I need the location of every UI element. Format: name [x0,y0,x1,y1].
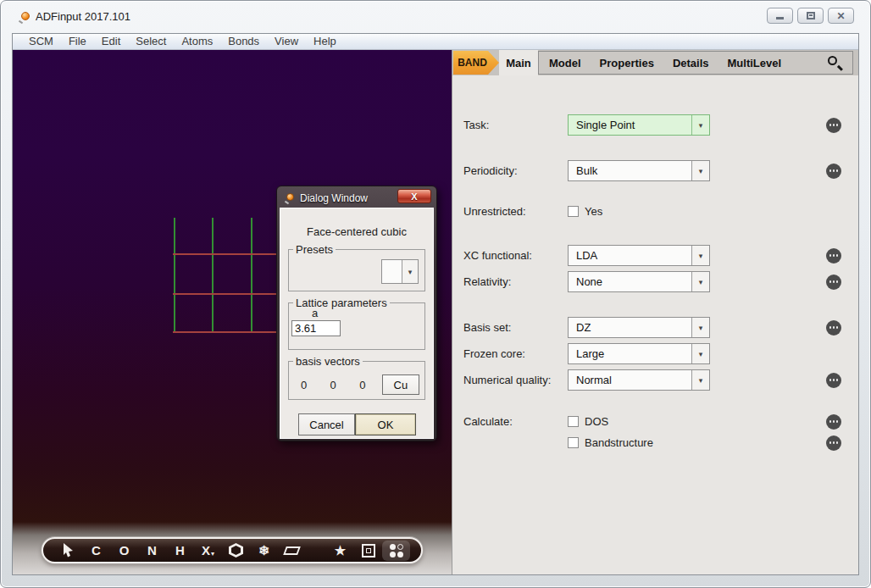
unrestricted-yes-label: Yes [585,205,602,218]
lattice-hline [173,293,286,295]
param-a-input[interactable] [291,320,341,336]
tab-model[interactable]: Model [549,57,581,69]
chevron-down-icon: ▾ [691,115,709,135]
title-bar[interactable]: ADFinput 2017.101 ✕ [1,1,870,33]
panel-body: Task: Single Point ▾ Periodicity: Bulk ▾ [452,75,858,574]
task-dropdown[interactable]: Single Point ▾ [568,114,710,136]
tab-multilevel[interactable]: MultiLevel [728,57,782,69]
dots-tool[interactable] [382,541,410,561]
crystal-tool[interactable]: ❄ [250,541,278,561]
bandstructure-checkbox[interactable] [568,437,579,448]
xc-functional-details-button[interactable] [826,248,841,263]
basis-set-dropdown[interactable]: DZ ▾ [568,317,710,338]
lattice-vline [212,218,214,333]
tab-group: Model Properties Details MultiLevel [538,51,853,75]
frozen-core-dropdown[interactable]: Large ▾ [568,343,710,364]
row-frozen-core: Frozen core: Large ▾ [452,343,858,364]
menu-atoms[interactable]: Atoms [174,34,220,49]
dos-checkbox[interactable] [568,416,579,427]
periodicity-details-button[interactable] [826,164,841,179]
pointer-tool[interactable] [54,541,82,561]
relativity-dropdown[interactable]: None ▾ [568,271,710,292]
tab-details[interactable]: Details [673,57,709,69]
ring-tool[interactable] [222,541,250,561]
dialog-buttons: Cancel OK [288,413,425,435]
xc-functional-value: LDA [569,246,691,265]
task-details-button[interactable] [826,118,841,133]
basis-set-details-button[interactable] [826,320,841,336]
snowflake-icon: ❄ [258,543,269,558]
app-window: ADFinput 2017.101 ✕ SCM File Edit Select… [0,0,871,588]
basis-vector-y: 0 [324,379,353,391]
menu-edit[interactable]: Edit [94,34,128,49]
menu-select[interactable]: Select [128,34,174,49]
hexagon-icon [229,543,243,557]
menu-bar: SCM File Edit Select Atoms Bonds View He… [13,34,858,50]
dos-details-button[interactable] [826,414,841,430]
tab-bar: BAND Main Model Properties Details Multi… [452,50,858,75]
numerical-quality-label: Numerical quality: [463,374,568,386]
menu-scm[interactable]: SCM [21,34,61,49]
periodicity-label: Periodicity: [463,164,568,177]
oxygen-label: O [119,543,130,557]
nitrogen-tool[interactable]: N [138,541,166,561]
numerical-quality-value: Normal [569,370,691,390]
maximize-button[interactable] [797,8,824,24]
calculate-label: Calculate: [463,415,568,428]
basis-set-label: Basis set: [463,321,568,334]
ok-button[interactable]: OK [355,413,416,435]
search-button[interactable] [828,56,842,70]
row-xc-functional: XC functional: LDA ▾ [452,245,858,266]
chevron-down-icon: ▾ [691,161,709,180]
dialog-close-icon: X [411,191,417,202]
numerical-quality-dropdown[interactable]: Normal ▾ [568,369,710,391]
close-icon: ✕ [836,11,845,21]
band-badge[interactable]: BAND [453,51,499,75]
element-x-tool[interactable]: X ▾ [194,541,222,561]
cell-tool[interactable] [278,541,306,561]
dialog-title-bar[interactable]: Dialog Window X [280,189,434,208]
chevron-down-icon: ▾ [691,272,709,291]
lattice-vline [251,218,252,333]
menu-help[interactable]: Help [306,34,344,49]
element-x-caret-icon: ▾ [211,550,214,557]
menu-bonds[interactable]: Bonds [220,34,267,49]
relativity-value: None [569,272,691,291]
bandstructure-details-button[interactable] [826,435,841,451]
crystal-type-heading: Face-centered cubic [288,225,425,238]
relativity-details-button[interactable] [826,275,841,290]
minimize-button[interactable] [767,8,793,24]
presets-value [382,260,402,283]
xc-functional-label: XC functional: [463,249,568,262]
favorites-tool[interactable]: ★ [326,541,354,561]
dialog-close-button[interactable]: X [397,189,431,203]
close-button[interactable]: ✕ [828,8,854,24]
numerical-quality-details-button[interactable] [826,373,841,388]
hydrogen-tool[interactable]: H [166,541,194,561]
menu-file[interactable]: File [61,34,94,49]
app-icon [19,12,30,23]
window-title: ADFinput 2017.101 [36,10,130,23]
tab-properties[interactable]: Properties [600,57,654,69]
basis-vector-z: 0 [352,379,382,391]
presets-legend: Presets [293,243,336,256]
carbon-tool[interactable]: C [82,541,110,561]
row-task: Task: Single Point ▾ [452,114,858,136]
presets-dropdown[interactable]: ▾ [381,259,419,284]
periodic-box-tool[interactable] [354,541,382,561]
unrestricted-checkbox[interactable] [568,206,579,217]
chevron-down-icon: ▾ [691,344,709,363]
row-relativity: Relativity: None ▾ [452,271,858,292]
four-dots-icon [390,544,403,557]
oxygen-tool[interactable]: O [110,541,138,561]
menu-view[interactable]: View [267,34,306,49]
periodicity-dropdown[interactable]: Bulk ▾ [568,160,710,181]
tab-main[interactable]: Main [499,50,538,75]
pointer-icon [62,543,75,557]
cancel-button[interactable]: Cancel [298,413,355,435]
xc-functional-dropdown[interactable]: LDA ▾ [568,245,710,266]
carbon-label: C [92,543,101,557]
row-periodicity: Periodicity: Bulk ▾ [452,160,858,181]
element-button[interactable]: Cu [382,374,419,395]
parallelogram-icon [283,546,301,555]
